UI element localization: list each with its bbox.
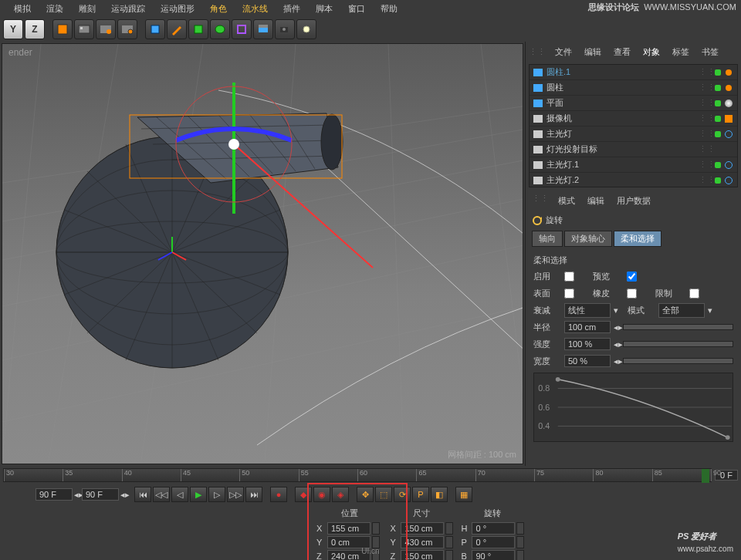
rot-h-input[interactable]: 0 °: [472, 522, 515, 535]
enable-checkbox[interactable]: [564, 272, 574, 282]
menu-0[interactable]: 模拟: [6, 3, 39, 15]
scene-button[interactable]: [74, 19, 94, 39]
radius-input[interactable]: 100 cm: [564, 321, 611, 333]
falloff-curve[interactable]: 0.8 0.6 0.4: [533, 373, 733, 442]
pos-x-input[interactable]: 155 cm: [327, 522, 370, 535]
radius-slider[interactable]: [623, 324, 733, 330]
sub-tab-2[interactable]: 柔和选择: [614, 231, 661, 247]
object-row-7[interactable]: 主光灯.2⋮⋮: [530, 173, 737, 187]
filmstrip-button[interactable]: ▦: [455, 487, 472, 502]
deformer-button[interactable]: [232, 19, 252, 39]
object-row-1[interactable]: 圆柱⋮⋮: [530, 80, 737, 96]
panel-tab-5[interactable]: 书签: [699, 45, 722, 59]
light-button[interactable]: [296, 19, 316, 39]
frame-current-input[interactable]: 90 F: [82, 488, 119, 501]
frame-start-input[interactable]: 90 F: [36, 488, 73, 501]
scale-rec-button[interactable]: ⬚: [375, 487, 392, 502]
surface-checkbox[interactable]: [564, 288, 574, 299]
record-button[interactable]: ●: [270, 487, 287, 502]
panel-tab-2[interactable]: 查看: [611, 45, 634, 59]
cube-button[interactable]: [52, 19, 73, 39]
generator-button[interactable]: [210, 19, 230, 39]
menu-3[interactable]: 运动跟踪: [103, 3, 153, 15]
render-button[interactable]: [96, 19, 116, 39]
width-slider[interactable]: [623, 358, 733, 364]
watermark-tr: 思缘设计论坛 WWW.MISSYUAN.COM: [588, 2, 736, 13]
svg-text:0.4: 0.4: [538, 421, 550, 430]
next-key-button[interactable]: ▷▷: [227, 487, 244, 502]
object-row-2[interactable]: 平面⋮⋮: [530, 96, 737, 111]
panel-tab-3[interactable]: 对象: [640, 45, 663, 59]
strength-slider[interactable]: [623, 341, 733, 347]
camera-button[interactable]: [275, 19, 295, 39]
prev-frame-button[interactable]: ◁: [171, 487, 188, 502]
object-list[interactable]: 圆柱.1⋮⋮圆柱⋮⋮平面⋮⋮摄像机⋮⋮主光灯⋮⋮灯光投射目标⋮⋮主光灯.1⋮⋮主…: [529, 64, 738, 187]
svg-rect-71: [533, 100, 543, 107]
panel-tab-1[interactable]: 编辑: [581, 45, 604, 59]
size-y-input[interactable]: 430 cm: [401, 536, 444, 548]
menu-2[interactable]: 雕刻: [71, 3, 103, 15]
limit-checkbox[interactable]: [689, 288, 699, 299]
autokey-button[interactable]: ◉: [313, 487, 330, 502]
prev-key-button[interactable]: ◁◁: [153, 487, 170, 502]
svg-rect-7: [151, 25, 159, 33]
attr-tab-1[interactable]: 编辑: [584, 194, 607, 208]
move-rec-button[interactable]: ✥: [357, 487, 374, 502]
svg-text:0.8: 0.8: [538, 383, 550, 393]
timeline-ruler[interactable]: 30354045505560657075808590: [3, 468, 712, 482]
goto-end-button[interactable]: ⏭: [245, 487, 262, 502]
menu-7[interactable]: 插件: [276, 3, 308, 15]
svg-rect-72: [533, 115, 543, 123]
pen-button[interactable]: [167, 19, 187, 39]
sub-tab-1[interactable]: 对象轴心: [564, 231, 612, 247]
menu-1[interactable]: 渲染: [39, 3, 71, 15]
sub-tab-0[interactable]: 轴向: [532, 231, 563, 247]
rot-b-input[interactable]: 90 °: [472, 550, 515, 560]
rubber-checkbox[interactable]: [627, 288, 637, 299]
object-manager-tabs: ⋮⋮文件编辑查看对象标签书签: [526, 42, 741, 62]
object-row-0[interactable]: 圆柱.1⋮⋮: [530, 65, 737, 80]
svg-point-85: [556, 377, 560, 382]
falloff-select[interactable]: 线性: [564, 303, 611, 318]
object-row-4[interactable]: 主光灯⋮⋮: [530, 127, 737, 142]
viewport[interactable]: ender: [2, 43, 523, 464]
menu-5[interactable]: 角色: [202, 3, 235, 15]
preview-checkbox[interactable]: [627, 272, 637, 282]
axis-y-button[interactable]: Y: [3, 19, 23, 39]
attribute-panel: ⋮⋮模式编辑用户数据 旋转 轴向对象轴心柔和选择 柔和选择 启用 预览 表面 橡…: [529, 191, 738, 464]
menu-10[interactable]: 帮助: [373, 3, 405, 15]
primitive-button[interactable]: [145, 19, 165, 39]
menu-4[interactable]: 运动图形: [153, 3, 202, 15]
rot-rec-button[interactable]: ⟳: [394, 487, 411, 502]
env-button[interactable]: [253, 19, 273, 39]
menu-6[interactable]: 流水线: [235, 3, 276, 15]
next-frame-button[interactable]: ▷: [208, 487, 225, 502]
goto-start-button[interactable]: ⏮: [134, 487, 151, 502]
strength-input[interactable]: 100 %: [564, 338, 611, 350]
menu-9[interactable]: 窗口: [340, 3, 373, 15]
watermark-bc: UI.cn: [361, 547, 379, 555]
attr-tab-0[interactable]: 模式: [555, 194, 578, 208]
key-button[interactable]: ◆: [295, 487, 312, 502]
menu-8[interactable]: 脚本: [308, 3, 340, 15]
render-settings-button[interactable]: [117, 19, 137, 39]
svg-point-86: [726, 435, 730, 440]
rot-p-input[interactable]: 0 °: [472, 536, 515, 548]
param-rec-button[interactable]: P: [412, 487, 429, 502]
object-row-5[interactable]: 灯光投射目标⋮⋮: [530, 142, 737, 157]
object-row-3[interactable]: 摄像机⋮⋮: [530, 111, 737, 127]
mode-select[interactable]: 全部: [658, 303, 705, 318]
axis-z-button[interactable]: Z: [25, 19, 45, 39]
object-row-6[interactable]: 主光灯.1⋮⋮: [530, 157, 737, 173]
width-input[interactable]: 50 %: [564, 355, 611, 367]
panel-tab-0[interactable]: 文件: [552, 45, 575, 59]
keysel-button[interactable]: ◈: [332, 487, 349, 502]
panel-tab-4[interactable]: 标签: [669, 45, 692, 59]
nurbs-button[interactable]: [188, 19, 208, 39]
svg-line-22: [2, 44, 41, 460]
size-x-input[interactable]: 150 cm: [401, 522, 444, 535]
play-button[interactable]: ▶: [190, 487, 207, 502]
attr-tab-2[interactable]: 用户数据: [614, 194, 654, 208]
pla-rec-button[interactable]: ◧: [431, 487, 448, 502]
size-z-input[interactable]: 150 cm: [401, 550, 444, 560]
